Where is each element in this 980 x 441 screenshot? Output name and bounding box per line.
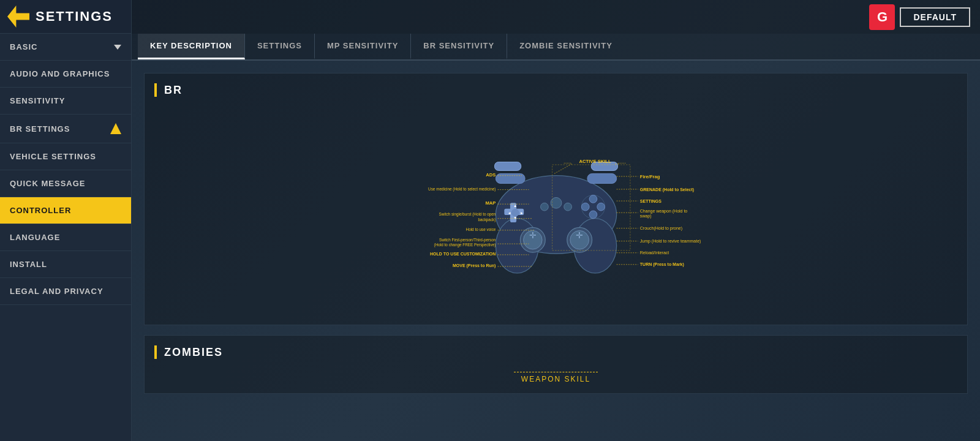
svg-text:GRENADE (Hold to Select): GRENADE (Hold to Select) <box>639 187 693 192</box>
settings-title: SETTINGS <box>36 9 113 24</box>
svg-text:Fire/Frag: Fire/Frag <box>639 174 660 179</box>
section-title-bar <box>154 83 157 97</box>
sidebar-header: SETTINGS <box>0 0 131 34</box>
svg-text:►: ► <box>519 211 523 215</box>
svg-text:✛: ✛ <box>576 230 583 240</box>
sidebar-item-quick-message[interactable]: QUICK MESSAGE <box>0 170 131 197</box>
sidebar-item-language[interactable]: LANGUAGE <box>0 224 131 251</box>
svg-point-20 <box>581 203 589 211</box>
svg-text:backpack): backpack) <box>478 217 496 222</box>
sidebar-item-install[interactable]: INSTALL <box>0 251 131 278</box>
svg-rect-4 <box>587 174 616 184</box>
svg-text:Switch single/burst (Hold to o: Switch single/burst (Hold to open <box>439 212 496 217</box>
sidebar-item-controller[interactable]: CONTROLLER <box>0 197 131 224</box>
svg-rect-3 <box>496 174 525 184</box>
svg-text:Use medicine (Hold to select m: Use medicine (Hold to select medicine) <box>428 187 496 192</box>
controller-svg: ▲ ▼ ◄ ► <box>342 119 771 303</box>
sidebar-item-label: SENSITIVITY <box>10 96 65 105</box>
tab-mp-sensitivity[interactable]: MP SENSITIVITY <box>315 34 411 59</box>
svg-text:Reload/Interact: Reload/Interact <box>639 251 669 255</box>
sidebar-item-label: LANGUAGE <box>10 233 60 242</box>
back-icon[interactable] <box>7 6 29 28</box>
garena-letter: G <box>877 9 888 25</box>
sidebar-item-label: QUICK MESSAGE <box>10 179 86 188</box>
sidebar-item-label: CONTROLLER <box>10 206 71 215</box>
svg-rect-5 <box>494 162 521 170</box>
tab-zombie-sensitivity[interactable]: ZOMBIE SENSITIVITY <box>507 34 625 59</box>
sidebar-item-legal[interactable]: LEGAL AND PRIVACY <box>0 278 131 305</box>
svg-point-18 <box>589 195 597 203</box>
svg-text:✛: ✛ <box>529 230 536 240</box>
svg-text:(Hold to change FREE Perspecti: (Hold to change FREE Perspective) <box>434 243 496 247</box>
sidebar-item-label: VEHICLE SETTINGS <box>10 152 96 161</box>
svg-text:▼: ▼ <box>513 216 517 220</box>
content-area: BR <box>132 61 980 441</box>
sidebar-item-vehicle[interactable]: VEHICLE SETTINGS <box>0 143 131 170</box>
svg-text:Crouch(Hold to prone): Crouch(Hold to prone) <box>639 226 682 231</box>
svg-line-47 <box>554 164 571 174</box>
svg-text:TURN (Press to Mark): TURN (Press to Mark) <box>639 262 684 267</box>
svg-text:MOVE (Press to Run): MOVE (Press to Run) <box>452 263 495 268</box>
main-content: G DEFAULT KEY DESCRIPTION SETTINGS MP SE… <box>132 0 980 441</box>
svg-point-16 <box>564 203 571 211</box>
br-section: BR <box>144 73 968 325</box>
sidebar-item-audio[interactable]: AUDIO AND GRAPHICS <box>0 61 131 88</box>
tab-settings[interactable]: SETTINGS <box>245 34 315 59</box>
sidebar-item-sensitivity[interactable]: SENSITIVITY <box>0 88 131 115</box>
svg-point-14 <box>540 203 548 211</box>
svg-text:Switch First-person/Third-pers: Switch First-person/Third-person <box>439 238 496 243</box>
zombies-title-text: ZOMBIES <box>164 346 223 359</box>
zombies-section-title: ZOMBIES <box>154 345 957 359</box>
svg-point-21 <box>589 211 597 219</box>
svg-text:Hold to use voice: Hold to use voice <box>466 227 496 232</box>
section-title-bar-zombies <box>154 345 157 359</box>
svg-text:◄: ◄ <box>507 211 511 215</box>
sidebar-item-label: LEGAL AND PRIVACY <box>10 287 104 296</box>
tab-br-sensitivity[interactable]: BR SENSITIVITY <box>411 34 507 59</box>
tab-key-description[interactable]: KEY DESCRIPTION <box>138 34 245 59</box>
warning-icon <box>110 123 121 134</box>
weapon-skill-label: WEAPON SKILL <box>154 369 957 383</box>
garena-icon: G <box>869 4 895 30</box>
svg-text:ACTIVE SKILL: ACTIVE SKILL <box>579 159 611 164</box>
svg-text:swap): swap) <box>639 214 651 219</box>
svg-text:HOLD TO USE CUSTOMIZATION: HOLD TO USE CUSTOMIZATION <box>430 252 496 256</box>
tabs-bar: KEY DESCRIPTION SETTINGS MP SENSITIVITY … <box>132 34 980 61</box>
svg-text:Change weapon (Hold to: Change weapon (Hold to <box>639 209 687 214</box>
br-title-text: BR <box>164 84 183 97</box>
sidebar-item-br-settings[interactable]: BR SETTINGS <box>0 115 131 143</box>
sidebar-item-label: BR SETTINGS <box>10 124 70 134</box>
svg-point-19 <box>597 203 605 211</box>
top-bar: G DEFAULT <box>132 0 980 34</box>
default-button[interactable]: DEFAULT <box>900 7 970 27</box>
br-section-title: BR <box>154 83 957 97</box>
sidebar-item-label: AUDIO AND GRAPHICS <box>10 69 110 78</box>
controller-diagram: ▲ ▼ ◄ ► <box>154 107 957 315</box>
svg-text:SETTINGS: SETTINGS <box>639 199 661 203</box>
sidebar: SETTINGS BASIC AUDIO AND GRAPHICS SENSIT… <box>0 0 132 441</box>
sidebar-item-label: BASIC <box>10 42 37 51</box>
sidebar-item-label: INSTALL <box>10 260 47 269</box>
svg-text:MAP: MAP <box>485 200 496 206</box>
svg-text:▲: ▲ <box>513 203 517 208</box>
svg-text:ADS: ADS <box>486 172 496 178</box>
sidebar-item-basic[interactable]: BASIC <box>0 34 131 61</box>
svg-text:Jump (Hold to revive teammate): Jump (Hold to revive teammate) <box>639 239 701 244</box>
zombies-section: ZOMBIES WEAPON SKILL <box>144 335 968 394</box>
dropdown-arrow-icon <box>114 45 121 50</box>
